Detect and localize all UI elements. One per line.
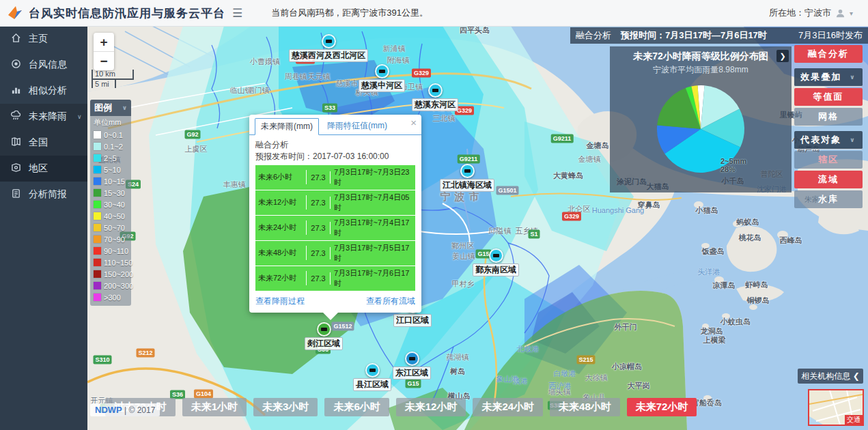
time-button-5[interactable]: 未来24小时 — [473, 398, 543, 416]
right-button-代表对象[interactable]: 代表对象∨ — [794, 131, 863, 149]
chevron-down-icon: ∨ — [850, 131, 856, 149]
road-badge-S212: S212 — [136, 349, 154, 358]
road-badge-G1501: G1501 — [496, 186, 518, 195]
time-button-2[interactable]: 未来3小时 — [253, 398, 318, 416]
basin-marker-label: 江北镇海区域 — [440, 179, 494, 192]
legend-header[interactable]: 图例 ∨ — [90, 100, 131, 116]
map-canvas[interactable]: 小曹娥镇周巷镇天元镇慈溪市桥头镇观海卫镇附海镇新浦镇掌起镇三北镇临山镇泗门镇盖北… — [87, 26, 868, 430]
minimap-traffic-tag: 交通 — [845, 415, 863, 425]
pie-panel: 未来72小时降雨等级比例分布图 ❯ 宁波市平均面雨量8.98mm 2~5mm28… — [610, 46, 792, 192]
basin-marker[interactable]: 东江区域 — [393, 352, 431, 379]
road-badge-G329: G329 — [562, 212, 581, 221]
right-button-流域[interactable]: 流域 — [794, 171, 863, 188]
popup-rain-row: 未来12小时27.37月3日17时~7月4日05时 — [255, 190, 415, 215]
sidebar-item-label: 相似分析 — [29, 85, 67, 97]
org-info-button[interactable]: 相关机构信息 ❮ — [798, 369, 863, 384]
rain-period: 未来12小时 — [255, 195, 307, 210]
legend-label: 150~200 — [104, 270, 133, 278]
right-button-网格[interactable]: 网格 — [794, 108, 863, 126]
map-zoom-control: + − — [94, 33, 114, 70]
legend-item: 40~50 — [90, 210, 131, 222]
sidebar-item-label: 分析简报 — [29, 188, 67, 201]
sidebar-item-1[interactable]: 台风信息 — [0, 52, 87, 78]
pie-hover-label: 2~5mm28% — [720, 157, 746, 173]
right-button-效果叠加[interactable]: 效果叠加∨ — [794, 68, 863, 87]
legend-item: 110~150 — [90, 257, 131, 268]
legend-label: 15~30 — [104, 189, 125, 197]
pie-collapse-button[interactable]: ❯ — [776, 50, 789, 62]
region-icon — [11, 162, 21, 175]
sidebar-item-0[interactable]: 主页 — [0, 26, 87, 52]
basin-marker-dot — [317, 322, 331, 336]
time-button-7[interactable]: 未来72小时 — [627, 398, 697, 416]
wave-glyph-icon — [432, 89, 438, 92]
legend-item: 0.1~2 — [90, 141, 131, 152]
popup-source: 融合分析 — [255, 139, 415, 151]
basin-marker[interactable]: 江北镇海区域 — [440, 164, 494, 192]
traffic-minimap[interactable]: 交通 — [808, 389, 864, 426]
view-all-basins-link[interactable]: 查看所有流域 — [366, 296, 415, 307]
road-badge-G9211: G9211 — [551, 134, 574, 143]
right-button-辖区[interactable]: 辖区 — [794, 151, 863, 169]
wave-glyph-icon — [493, 254, 499, 257]
hamburger-menu-icon[interactable]: ☰ — [232, 6, 242, 20]
time-button-6[interactable]: 未来48小时 — [550, 398, 620, 416]
map-icon — [11, 137, 21, 149]
road-badge-G15: G15 — [405, 379, 421, 388]
wave-glyph-icon — [464, 169, 471, 173]
rain-cloud-icon — [11, 111, 21, 123]
user-icon[interactable] — [835, 8, 845, 18]
time-button-3[interactable]: 未来6小时 — [324, 398, 389, 416]
basin-marker[interactable]: 慈溪西河及西北河区 — [289, 34, 368, 62]
legend-swatch — [94, 224, 101, 231]
sidebar-item-label: 全国 — [29, 137, 48, 149]
right-button-等值面[interactable]: 等值面 — [794, 88, 863, 106]
legend-label: 110~150 — [104, 259, 132, 267]
time-button-4[interactable]: 未来12小时 — [396, 398, 466, 416]
popup-tab-0[interactable]: 未来降雨(mm) — [255, 118, 319, 135]
legend-label: 0~0.1 — [104, 131, 123, 139]
popup-close-icon[interactable]: × — [410, 117, 417, 128]
basin-marker[interactable]: 县江区域 — [353, 363, 391, 391]
road-badge-G92: G92 — [184, 130, 200, 139]
basin-marker[interactable]: 鄞东南区域 — [473, 248, 519, 276]
user-menu-caret-icon[interactable]: ▾ — [850, 10, 853, 17]
basin-marker[interactable]: 慈溪中河区 — [359, 64, 405, 92]
attribution-brand[interactable]: NDWP — [95, 405, 122, 415]
zoom-in-button[interactable]: + — [94, 33, 114, 52]
basin-marker[interactable]: 剡江区域 — [305, 322, 343, 350]
legend-label: 200~300 — [104, 282, 133, 290]
view-rain-process-link[interactable]: 查看降雨过程 — [255, 296, 305, 307]
basin-marker-label: 慈溪东河区 — [412, 98, 458, 111]
basin-marker-dot — [489, 248, 503, 263]
sidebar-item-3[interactable]: 未来降雨∨ — [0, 104, 87, 130]
basin-marker-label: 慈溪中河区 — [359, 79, 405, 92]
zoom-out-button[interactable]: − — [94, 52, 114, 70]
home-icon — [11, 33, 21, 45]
wave-glyph-icon — [321, 328, 327, 331]
legend-label: >300 — [104, 293, 121, 302]
road-badge-G104: G104 — [194, 390, 213, 399]
sidebar-item-label: 台风信息 — [29, 59, 67, 71]
right-button-融合分析[interactable]: 融合分析 — [794, 45, 863, 63]
rainfall-popup: × 未来降雨(mm)降雨特征值(mm) 融合分析 预报发布时间：2017-07-… — [249, 115, 421, 313]
popup-tab-1[interactable]: 降雨特征值(mm) — [322, 118, 393, 134]
road-badge-G9211: G9211 — [458, 155, 480, 164]
basin-marker-dot — [375, 64, 389, 78]
sidebar-item-4[interactable]: 全国 — [0, 130, 87, 156]
popup-rain-row: 未来72小时27.37月3日17时~7月6日17时 — [255, 266, 415, 291]
legend-swatch — [94, 189, 101, 197]
basin-marker[interactable]: 慈溪东河区 — [412, 83, 458, 111]
sidebar-item-2[interactable]: 相似分析 — [0, 78, 87, 104]
legend-swatch — [94, 293, 101, 301]
forecast-issue-time: 7月3日16时发布 — [798, 29, 863, 42]
topbar-fusion-label[interactable]: 融合分析 — [576, 29, 611, 42]
basin-marker-dot — [322, 34, 336, 48]
legend-swatch — [94, 201, 101, 208]
sidebar-item-5[interactable]: 地区 — [0, 156, 87, 182]
scale-mi: 5 mi — [92, 80, 116, 88]
right-button-水库[interactable]: 水库 — [794, 190, 863, 208]
road-badge-S310: S310 — [93, 356, 111, 364]
sidebar-item-6[interactable]: 分析简报 — [0, 182, 87, 207]
time-button-1[interactable]: 未来1小时 — [182, 398, 247, 416]
